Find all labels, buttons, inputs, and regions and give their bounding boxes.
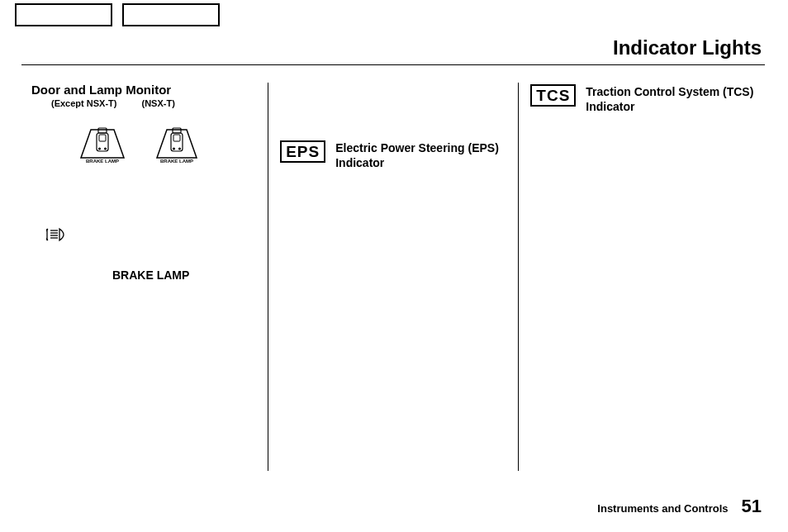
- svg-text:BRAKE LAMP: BRAKE LAMP: [160, 159, 193, 164]
- svg-point-4: [104, 148, 107, 150]
- svg-rect-1: [99, 135, 106, 141]
- column-3: TCS Traction Control System (TCS) Indica…: [522, 83, 765, 471]
- tcs-indicator-row: TCS Traction Control System (TCS) Indica…: [530, 84, 765, 114]
- subtitle-except-nsxt: (Except NSX-T): [51, 98, 116, 108]
- subtitle-nsxt: (NSX-T): [141, 98, 174, 108]
- subtitles-row: (Except NSX-T) (NSX-T): [51, 98, 264, 108]
- eps-indicator-row: EPS Electric Power Steering (EPS) Indica…: [280, 140, 515, 170]
- nav-box-1[interactable]: [15, 3, 112, 26]
- svg-point-3: [98, 148, 101, 150]
- door-lamp-monitor-title: Door and Lamp Monitor: [31, 83, 264, 97]
- brake-lamp-icon-nsxt: BRAKE LAMP: [149, 125, 205, 166]
- column-divider-2: [518, 83, 520, 471]
- svg-rect-8: [173, 128, 181, 133]
- svg-point-10: [178, 148, 181, 150]
- nav-box-2[interactable]: [122, 3, 220, 26]
- svg-text:BRAKE LAMP: BRAKE LAMP: [86, 159, 119, 164]
- brake-lamp-icon-except-nsxt: BRAKE LAMP: [74, 125, 131, 166]
- tcs-indicator-desc: Traction Control System (TCS) Indicator: [586, 84, 765, 114]
- brake-lamp-icons-row: BRAKE LAMP BRAKE LAMP: [74, 125, 264, 166]
- column-1: Door and Lamp Monitor (Except NSX-T) (NS…: [21, 83, 264, 471]
- footer-section-label: Instruments and Controls: [597, 502, 728, 515]
- tcs-badge-icon: TCS: [530, 84, 576, 107]
- high-beam-icon: [45, 227, 69, 245]
- eps-badge-icon: EPS: [280, 140, 325, 163]
- content-area: Door and Lamp Monitor (Except NSX-T) (NS…: [21, 83, 765, 471]
- page-footer: Instruments and Controls 51: [597, 496, 762, 517]
- brake-lamp-label: BRAKE LAMP: [112, 268, 189, 282]
- header-divider: [21, 64, 765, 65]
- column-2: EPS Electric Power Steering (EPS) Indica…: [272, 83, 515, 471]
- page-number: 51: [742, 496, 762, 517]
- column-divider-1: [268, 83, 269, 471]
- top-nav-boxes: [15, 3, 220, 26]
- page-title: Indicator Lights: [613, 36, 762, 59]
- eps-indicator-desc: Electric Power Steering (EPS) Indicator: [335, 140, 515, 170]
- svg-rect-7: [173, 135, 180, 141]
- svg-rect-2: [98, 128, 107, 133]
- svg-point-9: [173, 148, 175, 150]
